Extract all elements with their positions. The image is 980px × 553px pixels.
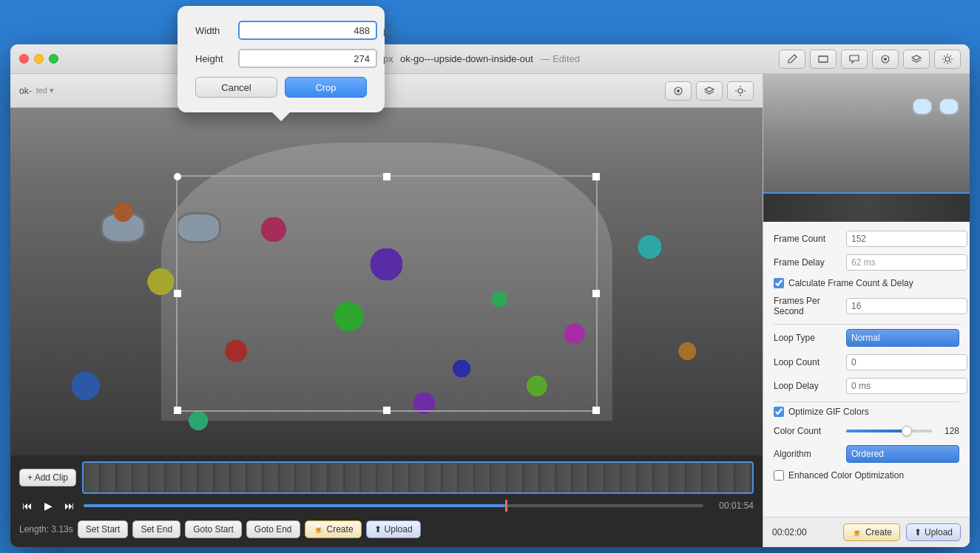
frame-count-row: Frame Count ▲ ▼ bbox=[774, 231, 959, 247]
playback-controls: ⏮ ▶ ⏭ 00:01:54 bbox=[19, 498, 754, 513]
algorithm-label: Algorithm bbox=[774, 449, 840, 459]
height-unit: px bbox=[383, 53, 398, 64]
right-panel: Frame Count ▲ ▼ Frame Delay ▲ ▼ bbox=[763, 74, 970, 547]
enhanced-label: Enhanced Color Optimization bbox=[788, 470, 904, 481]
gif-preview bbox=[763, 74, 970, 222]
loop-delay-input[interactable] bbox=[846, 378, 967, 394]
algorithm-select[interactable]: Ordered Floyd-Steinberg None bbox=[846, 445, 959, 463]
crop-button[interactable]: Crop bbox=[285, 77, 367, 98]
height-label: Height bbox=[195, 53, 232, 64]
resize-tool-button[interactable] bbox=[810, 50, 837, 69]
gear-tool-button[interactable] bbox=[934, 50, 961, 69]
left-title: ok- bbox=[19, 86, 32, 96]
scrubber[interactable] bbox=[84, 504, 703, 507]
timeline-controls: + Add Clip bbox=[19, 461, 754, 494]
crop-handle-mb[interactable] bbox=[383, 407, 391, 414]
gif-filmstrip bbox=[763, 192, 970, 222]
left-panel: ok- ted ▾ bbox=[10, 74, 763, 547]
width-input[interactable] bbox=[238, 21, 377, 40]
color-count-slider[interactable] bbox=[846, 424, 933, 438]
crop-handle-mr[interactable] bbox=[592, 290, 600, 297]
preview-bg bbox=[763, 74, 970, 192]
frame-count-input[interactable] bbox=[846, 231, 967, 247]
color-count-value: 128 bbox=[939, 426, 959, 436]
preview-window-2 bbox=[912, 98, 933, 115]
crop-handle-ml[interactable] bbox=[174, 290, 181, 297]
video-container bbox=[10, 108, 763, 455]
svg-rect-0 bbox=[819, 56, 828, 62]
left-toolbar-right bbox=[665, 81, 754, 101]
fps-label: Frames Per Second bbox=[774, 296, 840, 316]
frame-count-label: Frame Count bbox=[774, 234, 840, 244]
left-gear-button[interactable] bbox=[727, 81, 754, 101]
cancel-button[interactable]: Cancel bbox=[195, 77, 277, 98]
goto-start-button[interactable]: Goto Start bbox=[185, 520, 242, 538]
minimize-button[interactable] bbox=[34, 54, 44, 64]
calc-frame-checkbox[interactable] bbox=[774, 278, 784, 288]
gif-preview-image bbox=[763, 74, 970, 192]
maximize-button[interactable] bbox=[49, 54, 58, 64]
crop-handle-tr[interactable] bbox=[592, 173, 600, 180]
video-frame bbox=[10, 108, 763, 455]
pencil-tool-button[interactable] bbox=[779, 50, 805, 69]
edited-label: ted ▾ bbox=[36, 86, 54, 95]
frame-delay-row: Frame Delay ▲ ▼ bbox=[774, 254, 959, 271]
upload-button[interactable]: ⬆ Upload bbox=[366, 520, 421, 538]
enhanced-checkbox[interactable] bbox=[774, 470, 784, 481]
preview-content bbox=[763, 74, 970, 192]
bottom-actions: Length: 3.13s Set Start Set End Goto Sta… bbox=[19, 518, 754, 541]
height-field: Height px bbox=[195, 49, 367, 68]
left-magic-button[interactable] bbox=[665, 81, 692, 101]
left-layers-button[interactable] bbox=[696, 81, 723, 101]
width-unit: px bbox=[383, 25, 398, 36]
svg-point-3 bbox=[945, 57, 950, 61]
bubble-tool-button[interactable] bbox=[841, 50, 868, 69]
svg-point-2 bbox=[884, 58, 887, 61]
right-create-button[interactable]: 🍺 Create bbox=[843, 523, 900, 541]
create-button[interactable]: 🍺 Create bbox=[305, 520, 362, 538]
timeline-area: + Add Clip ⏮ ▶ ⏭ 00:01:54 Lengt bbox=[10, 455, 763, 547]
right-create-label: Create bbox=[865, 527, 892, 537]
skip-forward-button[interactable]: ⏭ bbox=[61, 498, 78, 513]
crop-handle-br[interactable] bbox=[592, 407, 600, 414]
enhanced-row: Enhanced Color Optimization bbox=[774, 470, 959, 481]
title-suffix: — Edited bbox=[541, 53, 580, 64]
left-toolbar: ok- ted ▾ bbox=[10, 74, 763, 108]
add-clip-button[interactable]: + Add Clip bbox=[19, 469, 76, 486]
slider-fill bbox=[846, 430, 907, 432]
slider-thumb[interactable] bbox=[902, 426, 912, 436]
loop-count-row: Loop Count ▲ ▼ bbox=[774, 354, 959, 370]
right-upload-icon: ⬆ bbox=[914, 527, 922, 537]
loop-type-select[interactable]: Normal Reverse Ping Pong bbox=[846, 329, 959, 347]
crop-handle-mt[interactable] bbox=[383, 173, 391, 180]
right-beer-icon: 🍺 bbox=[851, 527, 862, 537]
loop-count-label: Loop Count bbox=[774, 357, 840, 367]
crop-overlay[interactable] bbox=[176, 175, 598, 412]
magic-tool-button[interactable] bbox=[872, 50, 899, 69]
width-label: Width bbox=[195, 25, 232, 36]
crop-handle-tl[interactable] bbox=[174, 173, 181, 180]
loop-count-input[interactable] bbox=[846, 354, 967, 370]
fps-input[interactable] bbox=[846, 298, 967, 314]
loop-delay-row: Loop Delay ▲ ▼ bbox=[774, 378, 959, 394]
time-current: 00:01:54 bbox=[709, 501, 754, 511]
right-upload-button[interactable]: ⬆ Upload bbox=[906, 523, 961, 541]
loop-type-row: Loop Type Normal Reverse Ping Pong bbox=[774, 329, 959, 347]
set-start-button[interactable]: Set Start bbox=[78, 520, 129, 538]
crop-handle-bl[interactable] bbox=[174, 407, 181, 414]
goto-end-button[interactable]: Goto End bbox=[246, 520, 300, 538]
close-button[interactable] bbox=[19, 54, 29, 64]
frame-delay-label: Frame Delay bbox=[774, 257, 840, 268]
layers-tool-button[interactable] bbox=[903, 50, 930, 69]
optimize-checkbox[interactable] bbox=[774, 407, 784, 417]
play-button[interactable]: ▶ bbox=[41, 498, 55, 513]
scrubber-progress bbox=[84, 504, 505, 507]
frame-delay-input[interactable] bbox=[846, 254, 967, 271]
skip-back-button[interactable]: ⏮ bbox=[19, 498, 36, 513]
time-total: 00:02:00 bbox=[772, 527, 807, 537]
right-bottom: 00:02:00 🍺 Create ⬆ Upload bbox=[763, 517, 970, 547]
set-end-button[interactable]: Set End bbox=[132, 520, 180, 538]
height-input[interactable] bbox=[238, 49, 377, 68]
color-count-row: Color Count 128 bbox=[774, 424, 959, 438]
filmstrip[interactable] bbox=[82, 461, 754, 494]
